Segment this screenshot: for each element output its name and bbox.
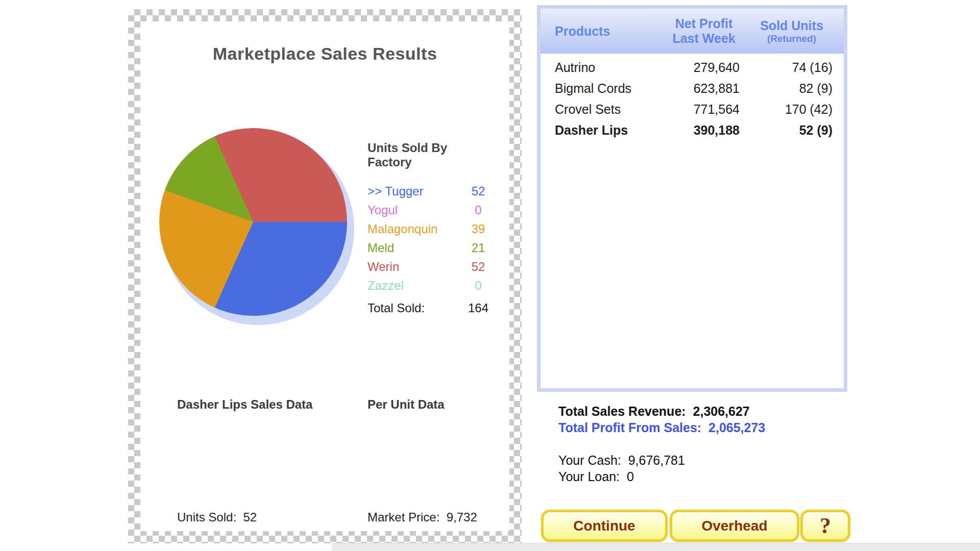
legend-entry-label: Yogul (368, 203, 398, 217)
cell-product: Crovel Sets (541, 102, 668, 117)
products-table-rows: Autrino 279,640 74 (16) Bigmal Cords 623… (541, 54, 844, 141)
table-row[interactable]: Autrino 279,640 74 (16) (541, 57, 844, 78)
units-sold-legend: Units Sold By Factory >> Tugger 52 Yogul… (368, 141, 493, 317)
legend-entry[interactable]: Yogul 0 (368, 201, 493, 219)
cell-sold-units: 82 (9) (740, 81, 844, 96)
legend-entry[interactable]: >> Tugger 52 (368, 182, 493, 201)
help-button[interactable]: ? (800, 510, 850, 542)
page-title: Marketplace Sales Results (140, 44, 509, 64)
products-table-header: Products Net Profit Last Week Sold Units… (541, 9, 844, 54)
sales-data-lines: Units Sold: 52 Returned/Defective: 9 Mat… (177, 445, 315, 551)
total-profit-label: Total Profit From Sales: (558, 420, 701, 435)
cell-product: Dasher Lips (541, 123, 668, 138)
bottom-gray-strip (332, 543, 980, 551)
col-header-net-profit: Net Profit Last Week (668, 16, 740, 46)
legend-entry[interactable]: Zazzel 0 (368, 276, 493, 295)
table-row[interactable]: Crovel Sets 771,564 170 (42) (541, 99, 844, 120)
continue-button[interactable]: Continue (541, 510, 668, 542)
your-cash: Your Cash: 9,676,781 (558, 453, 685, 468)
cell-product: Bigmal Cords (541, 81, 668, 96)
products-table: Products Net Profit Last Week Sold Units… (537, 5, 847, 392)
per-unit-lines: Market Price: 9,732 Material Cost: 544 P… (368, 445, 486, 551)
cell-product: Autrino (541, 60, 668, 75)
col-header-sold-units-line1: Sold Units (740, 18, 844, 33)
total-sold-value: 164 (463, 301, 493, 315)
total-profit-value: 2,065,273 (708, 420, 765, 435)
your-cash-label: Your Cash: (558, 453, 621, 467)
your-loan-value: 0 (627, 469, 634, 484)
legend-entry-label: Malagonquin (368, 222, 437, 236)
legend-entry[interactable]: Meld 21 (368, 238, 493, 257)
legend-entry-value: 52 (463, 184, 493, 198)
cell-sold-units: 52 (9) (740, 123, 844, 138)
your-loan: Your Loan: 0 (558, 469, 634, 484)
sales-data-line: Units Sold: 52 (177, 509, 315, 525)
per-unit-header: Per Unit Data (368, 396, 486, 413)
total-sales-revenue-label: Total Sales Revenue: (558, 404, 686, 418)
legend-entry-label: >> Tugger (368, 184, 423, 198)
col-header-net-profit-line1: Net Profit (668, 16, 740, 31)
legend-entry-label: Meld (368, 241, 394, 255)
total-sold-row: Total Sold: 164 (368, 298, 493, 317)
cell-net-profit: 279,640 (668, 60, 740, 75)
sales-data-header: Dasher Lips Sales Data (177, 396, 315, 413)
col-header-sold-units-line2: (Returned) (740, 33, 844, 44)
table-row[interactable]: Bigmal Cords 623,881 82 (9) (541, 78, 844, 99)
overhead-button[interactable]: Overhead (670, 510, 799, 542)
legend-header: Units Sold By Factory (368, 141, 493, 169)
results-panel: Marketplace Sales Results Units Sold By … (140, 21, 509, 531)
total-profit-from-sales: Total Profit From Sales: 2,065,273 (558, 420, 765, 435)
table-row[interactable]: Dasher Lips 390,188 52 (9) (541, 120, 844, 141)
col-header-products: Products (541, 24, 668, 39)
sales-data-block: Dasher Lips Sales Data Units Sold: 52 Re… (177, 364, 315, 551)
cell-net-profit: 623,881 (668, 81, 740, 96)
per-unit-data-block: Per Unit Data Market Price: 9,732 Materi… (368, 364, 486, 551)
cell-sold-units: 74 (16) (740, 60, 844, 75)
legend-entry-label: Zazzel (368, 279, 404, 293)
legend-entry-value: 39 (463, 222, 493, 236)
legend-entry-value: 52 (463, 260, 493, 274)
pie-chart (159, 128, 347, 316)
your-loan-label: Your Loan: (558, 469, 620, 484)
cell-net-profit: 771,564 (668, 102, 740, 117)
results-panel-frame: Marketplace Sales Results Units Sold By … (128, 9, 522, 543)
legend-entry[interactable]: Werin 52 (368, 257, 493, 276)
legend-entry-value: 21 (463, 241, 493, 255)
legend-entries: >> Tugger 52 Yogul 0 Malagonquin 39 (368, 182, 493, 295)
cell-net-profit: 390,188 (668, 123, 740, 138)
your-cash-value: 9,676,781 (628, 453, 685, 467)
total-sold-label: Total Sold: (368, 301, 425, 315)
legend-entry-value: 0 (463, 279, 493, 293)
legend-entry-value: 0 (463, 203, 493, 217)
total-sales-revenue-value: 2,306,627 (693, 404, 750, 418)
per-unit-line: Market Price: 9,732 (368, 509, 486, 525)
legend-entry-label: Werin (368, 260, 399, 274)
col-header-net-profit-line2: Last Week (668, 31, 740, 46)
cell-sold-units: 170 (42) (740, 102, 844, 117)
total-sales-revenue: Total Sales Revenue: 2,306,627 (558, 404, 750, 419)
legend-entry[interactable]: Malagonquin 39 (368, 219, 493, 238)
col-header-sold-units: Sold Units (Returned) (740, 18, 844, 44)
